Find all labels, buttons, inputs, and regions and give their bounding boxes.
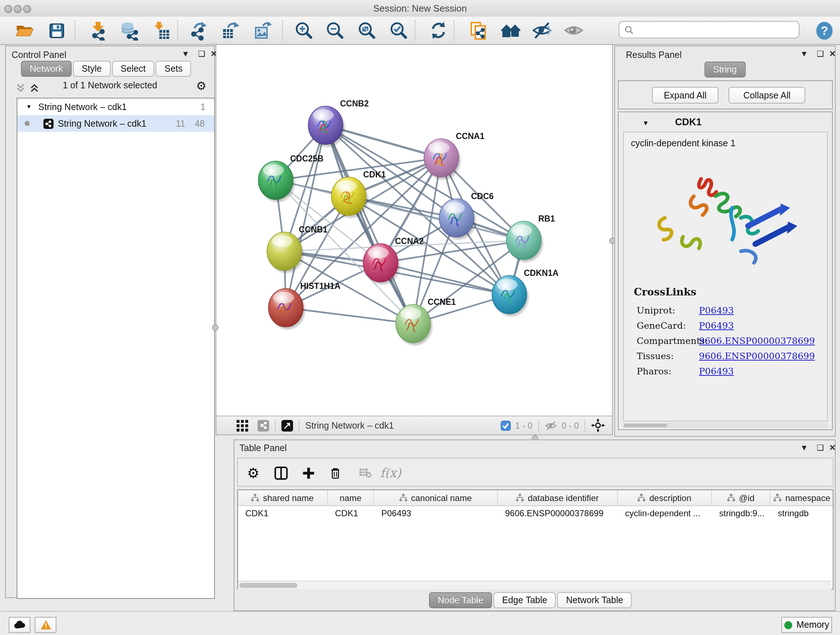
birds-eye-view-icon[interactable] <box>257 420 269 431</box>
export-table-button[interactable] <box>219 19 241 41</box>
expand-all-button[interactable]: Expand All <box>652 87 718 103</box>
tab-sets[interactable]: Sets <box>156 61 191 77</box>
node-CCNE1[interactable] <box>396 304 432 345</box>
first-neighbors-button[interactable] <box>500 19 522 41</box>
hidden-eye-icon[interactable] <box>545 420 557 431</box>
results-hscrollbar-thumb[interactable] <box>624 424 667 427</box>
results-panel-float-button[interactable]: ▼ <box>800 50 808 58</box>
save-session-button[interactable] <box>46 19 67 41</box>
table-panel-maximize-button[interactable]: ❑ <box>817 444 824 452</box>
show-columns-icon[interactable] <box>271 463 290 482</box>
node-label-CCNB1: CCNB1 <box>299 225 327 234</box>
crosslink-link[interactable]: P06493 <box>699 320 734 331</box>
expand-all-icon[interactable] <box>30 83 39 93</box>
column-header-label: @id <box>739 493 754 503</box>
tab-string[interactable]: String <box>704 62 745 78</box>
fit-selected-crosshair-icon[interactable] <box>591 418 605 432</box>
entry-collapse-arrow-icon[interactable]: ▼ <box>643 119 649 127</box>
table-panel-close-button[interactable]: ✕ <box>829 444 836 452</box>
zoom-fit-button[interactable] <box>356 19 378 41</box>
delete-column-trash-icon[interactable] <box>325 463 344 482</box>
table-hscrollbar-thumb[interactable] <box>240 583 297 588</box>
table-settings-gear-icon[interactable]: ⚙ <box>244 463 263 482</box>
zoom-out-button[interactable] <box>324 19 346 41</box>
node-gloss <box>497 279 518 290</box>
column-header-description[interactable]: description <box>618 490 712 505</box>
column-header-namespace[interactable]: namespace <box>771 490 834 505</box>
control-panel-float-button[interactable]: ▼ <box>182 50 189 58</box>
column-header-@id[interactable]: @id <box>712 490 771 505</box>
edge-CCNB2-CCNE1[interactable] <box>325 125 413 324</box>
zoom-in-button[interactable] <box>293 19 315 41</box>
crosslink-link[interactable]: 9606.ENSP00000378699 <box>699 335 815 346</box>
left-splitter-handle[interactable] <box>212 325 218 331</box>
import-network-database-button[interactable] <box>118 19 140 41</box>
export-image-button[interactable] <box>252 19 273 41</box>
hide-selected-button[interactable] <box>531 19 553 41</box>
results-panel-close-button[interactable]: ✕ <box>829 50 836 58</box>
crosslink-link[interactable]: P06493 <box>699 305 734 316</box>
table-row[interactable]: CDK1CDK1P064939606.ENSP00000378699cyclin… <box>238 506 833 521</box>
show-all-button[interactable] <box>563 19 584 41</box>
node-CDKN1A[interactable] <box>492 276 529 317</box>
warnings-button[interactable] <box>35 617 57 633</box>
collapse-all-icon[interactable] <box>16 83 25 93</box>
add-column-icon[interactable] <box>299 463 317 482</box>
grid-view-icon[interactable] <box>237 420 248 431</box>
network-row-selected[interactable]: String Network – cdk1 11 48 <box>17 115 214 132</box>
refresh-view-button[interactable] <box>428 19 449 41</box>
tab-edge-table[interactable]: Edge Table <box>493 592 556 608</box>
zoom-in-icon <box>294 21 313 40</box>
network-collection-row[interactable]: ▼ String Network – cdk1 1 <box>17 98 214 115</box>
node-CDC25B[interactable] <box>258 161 295 202</box>
import-table-file-button[interactable] <box>150 19 172 41</box>
tab-node-table[interactable]: Node Table <box>429 592 492 608</box>
tab-style[interactable]: Style <box>73 61 111 77</box>
memory-button[interactable]: Memory <box>782 617 832 633</box>
table-cell: cyclin-dependent ... <box>618 506 712 521</box>
selected-checkbox-icon[interactable] <box>501 420 511 431</box>
network-title: String Network – cdk1 <box>305 420 394 431</box>
cloud-button[interactable] <box>9 617 30 633</box>
node-RB1[interactable] <box>507 221 543 262</box>
tree-expand-arrow-icon[interactable]: ▼ <box>26 103 32 110</box>
network-tree: ▼ String Network – cdk1 1 String Network… <box>17 98 215 599</box>
help-button[interactable]: ? <box>813 19 835 41</box>
collapse-all-button[interactable]: Collapse All <box>729 87 805 103</box>
crosslink-label: GeneCard: <box>637 320 699 331</box>
control-panel: Control Panel ▼ ❑ ✕ NetworkStyleSelectSe… <box>5 46 215 598</box>
column-header-database-identifier[interactable]: database identifier <box>498 490 618 505</box>
column-header-shared-name[interactable]: shared name <box>238 490 328 505</box>
tab-network-table[interactable]: Network Table <box>557 592 632 608</box>
import-network-file-button[interactable] <box>87 19 109 41</box>
toolbar-separator <box>454 20 454 41</box>
network-canvas[interactable]: CCNB2CCNA1CDC25BCDK1CDC6RB1CCNB1CCNA2CDK… <box>216 45 612 416</box>
column-header-canonical-name[interactable]: canonical name <box>374 490 498 505</box>
table-panel-float-button[interactable]: ▼ <box>800 444 808 452</box>
zoom-selected-button[interactable] <box>388 19 409 41</box>
detach-view-icon[interactable] <box>281 420 293 431</box>
export-table-icon <box>220 21 240 40</box>
open-session-button[interactable] <box>14 19 35 41</box>
node-CCNB2[interactable] <box>308 106 345 147</box>
export-network-button[interactable] <box>187 19 209 41</box>
node-CCNA2[interactable] <box>363 244 400 285</box>
crosslink-label: Tissues: <box>637 350 699 361</box>
column-header-name[interactable]: name <box>328 490 374 505</box>
edge-CCNB2-HIST1H1A[interactable] <box>286 125 325 308</box>
node-CDC6[interactable] <box>439 199 476 240</box>
function-builder-icon: f(x) <box>381 463 400 482</box>
tab-select[interactable]: Select <box>112 61 155 77</box>
column-header-label: description <box>649 493 691 503</box>
node-CCNA1[interactable] <box>424 139 461 180</box>
search-input[interactable] <box>638 24 792 35</box>
node-CDK1[interactable] <box>332 177 368 218</box>
crosslink-link[interactable]: P06493 <box>699 366 734 377</box>
results-panel-maximize-button[interactable]: ❑ <box>817 50 824 58</box>
gear-icon[interactable]: ⚙ <box>196 79 207 93</box>
crosslink-link[interactable]: 9606.ENSP00000378699 <box>699 350 815 361</box>
tab-network[interactable]: Network <box>21 61 72 77</box>
table-panel-title: Table Panel <box>240 443 287 453</box>
clone-network-button[interactable] <box>467 19 489 41</box>
control-panel-maximize-button[interactable]: ❑ <box>198 50 205 58</box>
